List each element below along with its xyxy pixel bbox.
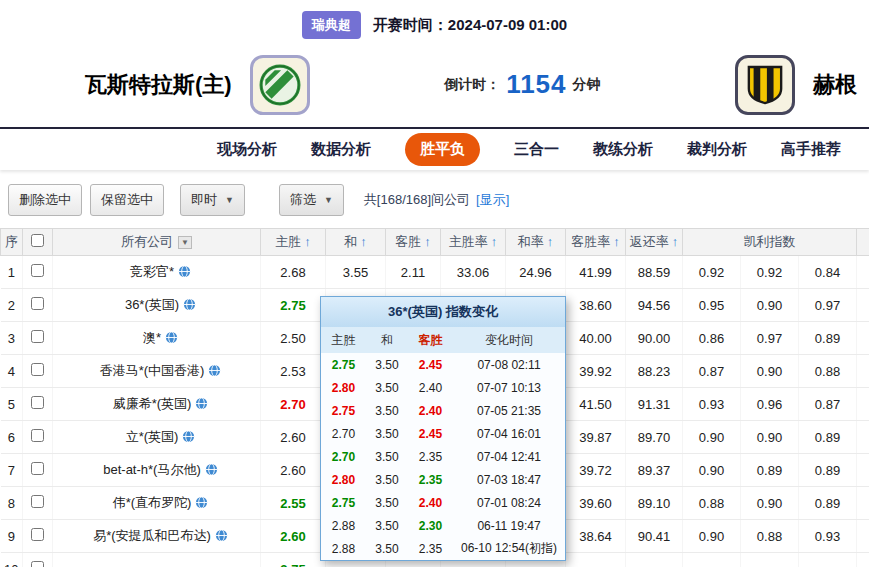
sort-asc-icon[interactable]: ↑: [304, 234, 311, 249]
company-cell[interactable]: 立*(英国): [53, 421, 261, 454]
delete-selected-button[interactable]: 删除选中: [8, 184, 82, 216]
kelly-draw-cell: 0.96: [741, 388, 799, 421]
home-odds-cell[interactable]: 2.75: [261, 553, 326, 567]
home-odds-cell[interactable]: 2.70: [261, 388, 326, 421]
tab-coach-analysis[interactable]: 教练分析: [593, 140, 653, 159]
col-header-home-rate[interactable]: 主胜率↑: [441, 229, 506, 256]
kelly-away-cell: 0.89: [799, 322, 857, 355]
kelly-away-cell: 0.93: [799, 520, 857, 553]
company-cell[interactable]: 香港马*(中国香港): [53, 355, 261, 388]
popup-home-odds: 2.80: [321, 468, 366, 491]
tab-live-analysis[interactable]: 现场分析: [217, 140, 277, 159]
filter-dropdown[interactable]: 筛选 ▼: [279, 184, 344, 216]
row-checkbox[interactable]: [31, 561, 44, 567]
tab-referee-analysis[interactable]: 裁判分析: [687, 140, 747, 159]
instant-dropdown[interactable]: 即时 ▼: [180, 184, 245, 216]
col-header-home[interactable]: 主胜↑: [261, 229, 326, 256]
row-checkbox[interactable]: [31, 363, 44, 376]
sort-asc-icon[interactable]: ↑: [613, 234, 620, 249]
tab-expert-picks[interactable]: 高手推荐: [781, 140, 841, 159]
draw-odds-cell[interactable]: 3.55: [326, 256, 386, 289]
kelly-draw-cell: 0.97: [741, 322, 799, 355]
globe-icon: [195, 496, 208, 509]
company-cell[interactable]: 易*(安提瓜和巴布达): [53, 520, 261, 553]
sort-asc-icon[interactable]: ↑: [491, 234, 498, 249]
row-select: [23, 322, 53, 355]
tab-three-in-one[interactable]: 三合一: [514, 140, 559, 159]
popup-draw-odds: 3.50: [366, 537, 408, 560]
company-name: 香港马*(中国香港): [100, 363, 205, 378]
company-cell[interactable]: [53, 553, 261, 567]
row-checkbox[interactable]: [31, 264, 44, 277]
row-checkbox[interactable]: [31, 297, 44, 310]
popup-away-odds: 2.35: [408, 445, 453, 468]
home-odds-cell[interactable]: 2.60: [261, 454, 326, 487]
row-seq: 3: [1, 322, 23, 355]
keep-selected-button[interactable]: 保留选中: [90, 184, 164, 216]
company-cell[interactable]: 伟*(直布罗陀): [53, 487, 261, 520]
home-odds-cell[interactable]: 2.68: [261, 256, 326, 289]
sort-asc-icon[interactable]: ↑: [672, 234, 679, 249]
away-odds-cell[interactable]: 2.11: [386, 256, 441, 289]
col-header-company[interactable]: 所有公司▼: [53, 229, 261, 256]
kelly-draw-cell: 0.88: [741, 520, 799, 553]
kelly-away-cell: 0.89: [799, 421, 857, 454]
company-cell[interactable]: 威廉希*(英国): [53, 388, 261, 421]
select-all-checkbox[interactable]: [31, 234, 44, 247]
sort-asc-icon[interactable]: ↑: [360, 234, 367, 249]
kelly-draw-cell: 0.90: [741, 289, 799, 322]
col-header-away[interactable]: 客胜↑: [386, 229, 441, 256]
sort-asc-icon[interactable]: ↑: [424, 234, 431, 249]
popup-row: 2.88 3.50 2.35 06-10 12:54(初指): [321, 537, 565, 560]
row-select: [23, 256, 53, 289]
company-filter-caret-icon[interactable]: ▼: [178, 236, 192, 249]
home-odds-cell[interactable]: 2.50: [261, 322, 326, 355]
home-odds-cell[interactable]: 2.60: [261, 421, 326, 454]
company-cell[interactable]: 36*(英国): [53, 289, 261, 322]
row-checkbox[interactable]: [31, 462, 44, 475]
row-select: [23, 421, 53, 454]
tab-data-analysis[interactable]: 数据分析: [311, 140, 371, 159]
home-team: 瓦斯特拉斯(主): [85, 55, 310, 115]
company-name: 澳*: [143, 330, 161, 345]
change-cell: 20: [857, 487, 869, 520]
row-checkbox[interactable]: [31, 495, 44, 508]
col-header-draw[interactable]: 和↑: [326, 229, 386, 256]
home-odds-cell[interactable]: 2.75: [261, 289, 326, 322]
popup-change-time: 07-07 10:13: [453, 376, 565, 399]
home-odds-cell[interactable]: 2.60: [261, 520, 326, 553]
col-header-return-rate[interactable]: 返还率↑: [626, 229, 683, 256]
row-checkbox[interactable]: [31, 330, 44, 343]
globe-icon: [165, 331, 178, 344]
sort-asc-icon[interactable]: ↑: [547, 234, 554, 249]
away-rate-cell: 38.60: [566, 289, 626, 322]
popup-row: 2.75 3.50 2.40 07-05 21:35: [321, 399, 565, 422]
popup-change-time: 07-03 18:47: [453, 468, 565, 491]
company-cell[interactable]: bet-at-h*(马尔他): [53, 454, 261, 487]
home-odds-cell[interactable]: 2.55: [261, 487, 326, 520]
countdown-unit: 分钟: [573, 76, 601, 94]
row-checkbox[interactable]: [31, 429, 44, 442]
popup-title: 36*(英国) 指数变化: [321, 297, 565, 327]
popup-draw-odds: 3.50: [366, 514, 408, 537]
change-cell: 20: [857, 520, 869, 553]
popup-col-time: 变化时间: [453, 327, 565, 353]
company-cell[interactable]: 竞彩官*: [53, 256, 261, 289]
globe-icon: [215, 529, 228, 542]
home-odds-cell[interactable]: 2.53: [261, 355, 326, 388]
row-checkbox[interactable]: [31, 396, 44, 409]
row-select: [23, 289, 53, 322]
popup-home-odds: 2.70: [321, 422, 366, 445]
table-row: 1 竞彩官* 2.68 3.55 2.11 33.06 24.96 41.99 …: [1, 256, 869, 289]
change-cell: 20: [857, 421, 869, 454]
show-link[interactable]: [显示]: [476, 191, 509, 209]
kelly-away-cell: 0.89: [799, 487, 857, 520]
company-cell[interactable]: 澳*: [53, 322, 261, 355]
popup-away-odds: 2.40: [408, 376, 453, 399]
col-header-away-rate[interactable]: 客胜率↑: [566, 229, 626, 256]
popup-col-home: 主胜: [321, 327, 366, 353]
tab-win-draw-loss[interactable]: 胜平负: [405, 133, 480, 166]
row-checkbox[interactable]: [31, 528, 44, 541]
return-rate-cell: 89.70: [626, 421, 683, 454]
col-header-draw-rate[interactable]: 和率↑: [506, 229, 566, 256]
